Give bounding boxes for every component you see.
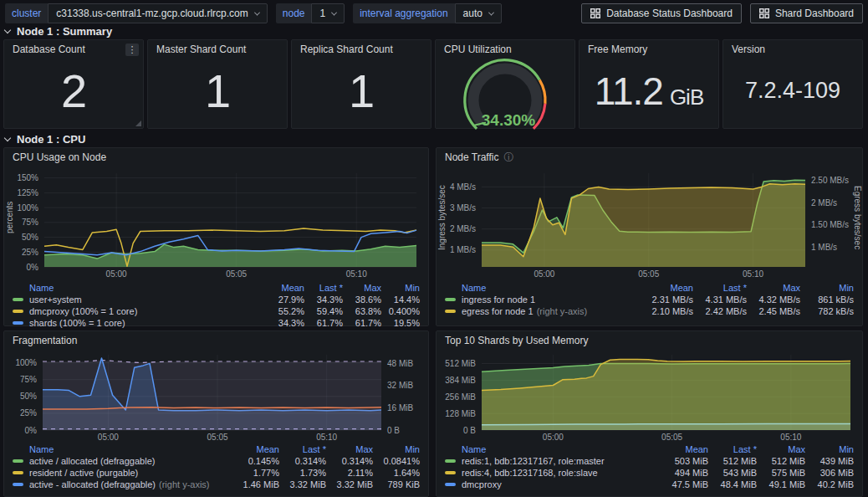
legend-column[interactable]: Min xyxy=(805,443,854,455)
legend-column[interactable]: Mean xyxy=(232,443,279,455)
row-header-node1-summary[interactable]: Node 1 : Summary xyxy=(5,25,112,38)
panel-fragmentation: Fragmentation 0%25%50%75%100%0 B16 MiB32… xyxy=(3,330,429,497)
legend-column[interactable]: Max xyxy=(326,443,373,455)
var-interval-aggregation-select[interactable]: auto xyxy=(455,3,502,23)
legend-row[interactable]: active / allocated (defraggable)0.145%0.… xyxy=(13,455,420,467)
panel-title[interactable]: CPU Usage on Node xyxy=(4,148,428,167)
legend-column-name[interactable]: Name xyxy=(13,282,266,294)
panel-title[interactable]: Master Shard Count xyxy=(148,40,287,59)
var-cluster-select[interactable]: c31338.us-central1-mz.gcp.cloud.rlrcp.co… xyxy=(48,3,267,23)
series-name-cell[interactable]: resident / active (purgable) xyxy=(13,467,232,479)
legend-column[interactable]: Min xyxy=(381,282,420,294)
legend-column-name[interactable]: Name xyxy=(445,282,640,294)
svg-text:512 MiB: 512 MiB xyxy=(445,359,476,368)
var-node-select[interactable]: 1 xyxy=(311,3,345,23)
series-name-cell[interactable]: redis:1, bdb:12317167, role:master xyxy=(445,455,660,467)
legend-column[interactable]: Mean xyxy=(660,443,708,455)
legend-value: 0.0841% xyxy=(373,455,420,467)
panel-title[interactable]: Replica Shard Count xyxy=(292,40,431,59)
node-traffic-chart-canvas[interactable]: 1 MB/s2 MB/s3 MB/s4 MB/s1 MB/s1.50 MB/s2… xyxy=(443,168,859,280)
legend-row[interactable]: dmcproxy47.5 MiB48.4 MiB49.1 MiB40.2 MiB xyxy=(445,479,854,490)
panel-title[interactable]: Node Trafficⓘ xyxy=(437,148,862,167)
svg-text:50%: 50% xyxy=(22,233,38,242)
fragmentation-chart-canvas[interactable]: 0%25%50%75%100%0 B16 MiB32 MiB48 MiB05:0… xyxy=(11,348,423,442)
legend-row[interactable]: user+system27.9%34.3%38.6%14.4% xyxy=(13,294,420,305)
legend-value: 1.77% xyxy=(232,467,279,479)
legend-value: 27.9% xyxy=(266,294,304,305)
legend-column[interactable]: Max xyxy=(747,282,800,294)
legend-row[interactable]: redis:1, bdb:12317167, role:master503 Mi… xyxy=(445,455,854,467)
svg-text:05:00: 05:00 xyxy=(98,433,119,442)
cpu-usage-chart-canvas[interactable]: 0%25%50%75%100%125%150%05:0005:0505:10 xyxy=(11,168,423,280)
panel-free-memory: Free Memory 11.2GiB xyxy=(579,39,719,129)
series-name-cell[interactable]: shards (100% = 1 core) xyxy=(13,317,266,329)
legend-column[interactable]: Min xyxy=(373,443,420,455)
series-color-chip-icon xyxy=(13,459,23,463)
panel-database-count: Database Count ⋮ 2 xyxy=(3,39,144,129)
panel-title[interactable]: Version xyxy=(723,40,862,59)
panel-node-traffic: Node Trafficⓘ Ingress bytes/sec Egress b… xyxy=(436,147,863,326)
panel-title[interactable]: Top 10 Shards by Used Memory xyxy=(437,331,862,350)
series-color-chip-icon xyxy=(13,483,23,486)
series-name-cell[interactable]: egress for node 1(right y-axis) xyxy=(445,305,640,317)
legend-column-name[interactable]: Name xyxy=(445,443,660,455)
top-shards-chart-canvas[interactable]: 0 B128 MiB256 MiB384 MiB512 MiB05:0005:0… xyxy=(443,348,859,442)
legend-column[interactable]: Max xyxy=(343,282,381,294)
series-name-cell[interactable]: dmcproxy xyxy=(445,479,660,490)
shard-dashboard-label: Shard Dashboard xyxy=(775,8,854,19)
legend-row[interactable]: egress for node 1(right y-axis)2.10 MB/s… xyxy=(445,305,854,317)
panel-resize-handle[interactable] xyxy=(135,120,141,126)
svg-text:0 B: 0 B xyxy=(463,426,476,435)
series-name-cell[interactable]: ingress for node 1 xyxy=(445,294,640,305)
shard-dashboard-button[interactable]: Shard Dashboard xyxy=(750,3,863,23)
legend-value: 0.314% xyxy=(326,455,373,467)
series-name-suffix: (right y-axis) xyxy=(537,305,588,317)
database-status-dashboard-label: Database Status Dashboard xyxy=(606,8,733,19)
var-interval-aggregation: interval aggregation auto xyxy=(353,3,502,23)
chevron-down-icon xyxy=(331,9,337,15)
database-status-dashboard-button[interactable]: Database Status Dashboard xyxy=(581,3,742,23)
legend-column[interactable]: Mean xyxy=(266,282,304,294)
collapse-chevron-icon xyxy=(4,27,11,33)
legend-row[interactable]: shards (100% = 1 core)34.3%61.7%61.7%19.… xyxy=(13,317,420,329)
legend-row[interactable]: dmcproxy (100% = 1 core)55.2%59.4%63.8%0… xyxy=(13,305,420,317)
legend-column[interactable]: Last * xyxy=(693,282,747,294)
svg-text:16 MiB: 16 MiB xyxy=(387,403,413,412)
svg-text:125%: 125% xyxy=(17,188,38,197)
panel-master-shard-count: Master Shard Count 1 xyxy=(147,39,288,129)
cpu-usage-legend: NameMeanLast *MaxMinuser+system27.9%34.3… xyxy=(13,282,420,329)
legend-column-name[interactable]: Name xyxy=(13,443,232,455)
panel-title[interactable]: Fragmentation xyxy=(4,331,428,350)
legend-column[interactable]: Last * xyxy=(708,443,757,455)
panel-cpu-usage-on-node: CPU Usage on Node percents 0%25%50%75%10… xyxy=(3,147,429,326)
legend-row[interactable]: active - allocated (defraggable)(right y… xyxy=(13,479,420,490)
collapse-chevron-icon xyxy=(4,135,11,141)
info-icon[interactable]: ⓘ xyxy=(503,151,513,165)
panel-menu-icon[interactable]: ⋮ xyxy=(125,44,139,56)
legend-column[interactable]: Max xyxy=(757,443,805,455)
series-name-cell[interactable]: active / allocated (defraggable) xyxy=(13,455,232,467)
panel-title[interactable]: Database Count xyxy=(4,40,143,59)
series-color-chip-icon xyxy=(13,310,23,313)
svg-text:05:00: 05:00 xyxy=(534,269,554,279)
series-name: shards (100% = 1 core) xyxy=(29,317,125,329)
panel-title[interactable]: Free Memory xyxy=(580,40,718,59)
svg-text:05:10: 05:10 xyxy=(743,269,763,279)
series-name-cell[interactable]: active - allocated (defraggable)(right y… xyxy=(13,479,232,490)
series-name-cell[interactable]: dmcproxy (100% = 1 core) xyxy=(13,305,266,317)
row-header-node1-cpu[interactable]: Node 1 : CPU xyxy=(5,133,85,146)
series-name-cell[interactable]: user+system xyxy=(13,294,266,305)
legend-column[interactable]: Last * xyxy=(279,443,326,455)
legend-value: 47.5 MiB xyxy=(660,479,708,490)
legend-value: 14.4% xyxy=(381,294,420,305)
legend-row[interactable]: resident / active (purgable)1.77%1.73%2.… xyxy=(13,467,420,479)
legend-row[interactable]: ingress for node 12.31 MB/s4.31 MB/s4.32… xyxy=(445,294,854,305)
series-name: active - allocated (defraggable) xyxy=(29,479,156,490)
legend-column[interactable]: Min xyxy=(800,282,854,294)
legend-column[interactable]: Mean xyxy=(640,282,693,294)
svg-text:05:10: 05:10 xyxy=(316,433,337,442)
legend-row[interactable]: redis:4, bdb:12317168, role:slave494 MiB… xyxy=(445,467,854,479)
var-interval-aggregation-value: auto xyxy=(463,8,483,19)
series-name-cell[interactable]: redis:4, bdb:12317168, role:slave xyxy=(445,467,660,479)
legend-column[interactable]: Last * xyxy=(304,282,343,294)
